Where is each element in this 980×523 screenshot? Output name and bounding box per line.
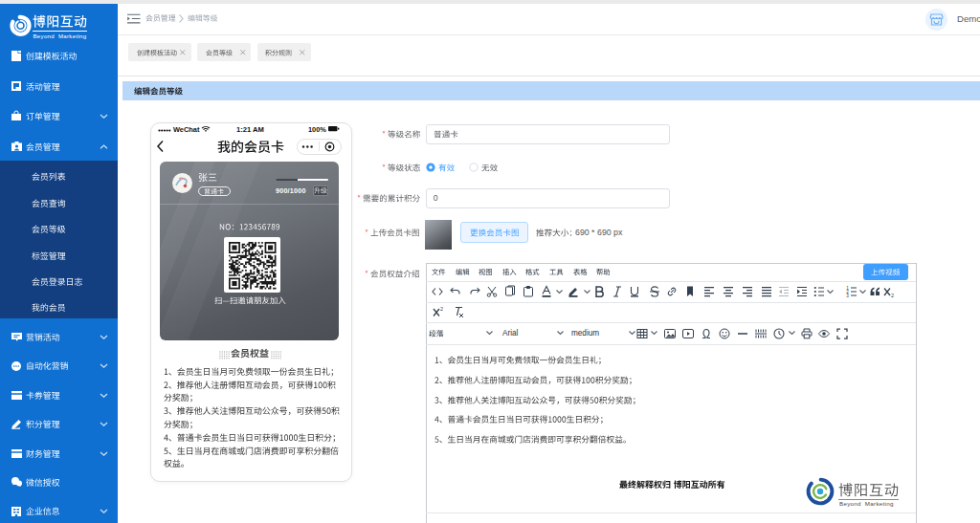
svg-text:3: 3 — [846, 293, 849, 297]
svg-text:2: 2 — [891, 293, 894, 298]
svg-text:2: 2 — [440, 306, 443, 312]
